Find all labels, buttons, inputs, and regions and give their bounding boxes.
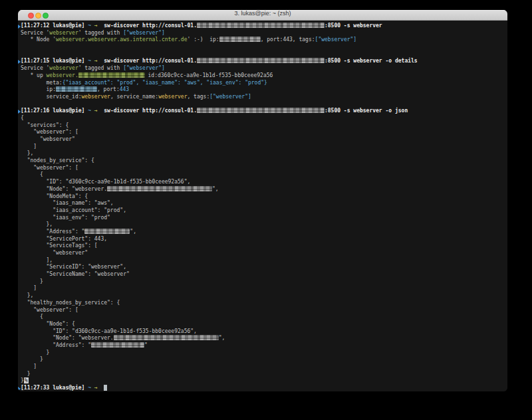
- terminal-line: "Node": "webserver.",: [21, 186, 507, 193]
- prompt-mark-icon: [18, 60, 21, 64]
- terminal-text: webserver: [82, 94, 110, 100]
- terminal-text: ["webserver"]: [315, 37, 357, 43]
- terminal-text: "ServiceID": "webserver",: [21, 264, 126, 270]
- terminal-line: meta:{"iaas_account": "prod", "iaas_name…: [21, 80, 507, 87]
- terminal-line: "ServicePort": 443,: [21, 236, 507, 243]
- terminal-line: "ServiceTags": [: [21, 243, 507, 250]
- terminal-line: "healthy_nodes_by_service": {: [21, 300, 507, 307]
- terminal-text: },: [21, 150, 33, 156]
- terminal-text: [11:27:12 lukas@pie]: [21, 23, 88, 29]
- terminal-window: 3. lukas@pie: ~ (zsh) [11:27:12 lukas@pi…: [18, 10, 507, 391]
- terminal-line: "webserver": [: [21, 129, 507, 136]
- terminal-text: "webserver": [21, 136, 75, 142]
- terminal-text: meta:: [21, 80, 63, 86]
- terminal-line: "nodes_by_service": {: [21, 158, 507, 165]
- terminal-line: "webserver": [: [21, 307, 507, 314]
- redacted-text: [107, 186, 212, 191]
- terminal-text: },: [21, 221, 53, 227]
- terminal-text: "webserver": [: [21, 307, 78, 313]
- terminal-text: [98, 108, 104, 114]
- terminal-text: :8500 -s webserver -o details: [325, 58, 418, 64]
- terminal-text: [98, 23, 104, 29]
- terminal-text: }: [21, 350, 49, 356]
- terminal-text: service_id:: [21, 94, 82, 100]
- terminal-line: Service 'webserver' tagged with ["webser…: [21, 30, 507, 37]
- terminal-text: sw-discover http://consul-01.: [104, 23, 197, 29]
- terminal-text: [98, 385, 104, 391]
- terminal-line: },: [21, 221, 507, 229]
- terminal-text: "ServicePort": 443,: [21, 236, 107, 242]
- terminal-line: },: [21, 150, 507, 158]
- terminal-text: "healthy_nodes_by_service": {: [21, 300, 120, 306]
- terminal-text: Service: [21, 30, 47, 36]
- terminal-line: [21, 101, 507, 108]
- terminal-line: ]: [21, 364, 507, 371]
- terminal-text: "Address": ": [21, 229, 84, 235]
- window-title: 3. lukas@pie: ~ (zsh): [18, 10, 507, 20]
- terminal-line: Service 'webserver' tagged with ["webser…: [21, 65, 507, 72]
- terminal-line: }: [21, 350, 507, 357]
- terminal-text: [11:27:16 lukas@pie]: [21, 108, 88, 114]
- terminal-line: }: [21, 278, 507, 286]
- terminal-line: "Node": {: [21, 321, 507, 328]
- prompt-mark-icon: [18, 110, 21, 114]
- terminal-text: sw-discover http://consul-01.: [104, 58, 197, 64]
- terminal-text: webserver: [49, 65, 78, 71]
- terminal-line: "Address": "": [21, 342, 507, 350]
- terminal-line: "iaas_name": "aws",: [21, 200, 507, 207]
- terminal-text: , port:443, tags:: [261, 37, 315, 43]
- redacted-text: [197, 58, 325, 63]
- terminal-text: :8500 -s webserver -o json: [325, 108, 408, 114]
- terminal-text: [98, 58, 104, 64]
- terminal-line: {: [21, 314, 507, 321]
- terminal-text: {"iaas_account": "prod", "iaas_name": "a…: [63, 80, 267, 86]
- desktop-background: 3. lukas@pie: ~ (zsh) [11:27:12 lukas@pi…: [0, 0, 532, 420]
- terminal-text: webserver: [158, 94, 187, 100]
- terminal-line: },: [21, 292, 507, 300]
- prompt-mark-icon: [18, 25, 21, 29]
- redacted-text: [114, 335, 219, 340]
- terminal-text: * up: [21, 72, 47, 78]
- terminal-line: "webserver": [21, 250, 507, 257]
- terminal-text: "nodes_by_service": {: [21, 158, 94, 163]
- terminal-line: ],: [21, 257, 507, 264]
- terminal-text: ": [144, 342, 148, 348]
- terminal-text: "services": {: [21, 122, 68, 128]
- terminal-text: ",: [212, 186, 219, 192]
- terminal-text: "ServiceTags": [: [21, 243, 98, 249]
- redacted-text: [197, 23, 325, 28]
- terminal-text: tagged with: [82, 30, 124, 36]
- terminal-line: "webserver": [: [21, 165, 507, 172]
- terminal-text: , port:: [97, 86, 120, 92]
- window-titlebar[interactable]: 3. lukas@pie: ~ (zsh): [18, 10, 507, 21]
- terminal-text: Service: [21, 65, 47, 71]
- terminal-text: }: [21, 278, 43, 284]
- terminal-line: "ServiceID": "webserver",: [21, 264, 507, 271]
- terminal-text: ["webserver"]: [123, 30, 165, 36]
- terminal-text: 443: [120, 86, 129, 92]
- terminal-text: ",: [130, 229, 136, 235]
- terminal-line: {: [21, 171, 507, 179]
- terminal-text: webserver.: [47, 72, 78, 78]
- terminal-text: ["webserver"]: [209, 94, 251, 100]
- terminal-line: * up webserver. id:d360c9cc-aa9e-1b1d-f5…: [21, 72, 507, 80]
- terminal-text: "webserver": [: [21, 165, 78, 171]
- terminal-text: "Node": {: [21, 321, 75, 327]
- terminal-text: "iaas_env": "prod": [21, 215, 110, 221]
- terminal-text: webserver.webserver.aws.internal.cnter.d…: [56, 37, 187, 43]
- terminal-text: [11:27:15 lukas@pie]: [21, 58, 88, 64]
- terminal-output[interactable]: [11:27:12 lukas@pie] ~ → sw-discover htt…: [18, 21, 507, 391]
- redacted-text: [91, 342, 144, 348]
- terminal-text: "ID": "d360c9cc-aa9e-1b1d-f535-bb0ceee92…: [21, 328, 197, 334]
- prompt-mark-icon: [18, 387, 21, 391]
- terminal-line: [11:27:12 lukas@pie] ~ → sw-discover htt…: [21, 23, 507, 30]
- terminal-text: ]: [21, 364, 37, 369]
- terminal-text: ",: [219, 335, 225, 341]
- terminal-text: :8500 -s webserver: [325, 23, 382, 29]
- terminal-line: ]: [21, 144, 507, 151]
- terminal-text: "ID": "d360c9cc-aa9e-1b1d-f535-bb0ceee92…: [21, 179, 190, 185]
- terminal-text: }: [21, 356, 43, 362]
- terminal-text: :-) ip:: [190, 37, 219, 43]
- terminal-line: "NodeMeta": {: [21, 193, 507, 201]
- terminal-cursor: [104, 385, 107, 391]
